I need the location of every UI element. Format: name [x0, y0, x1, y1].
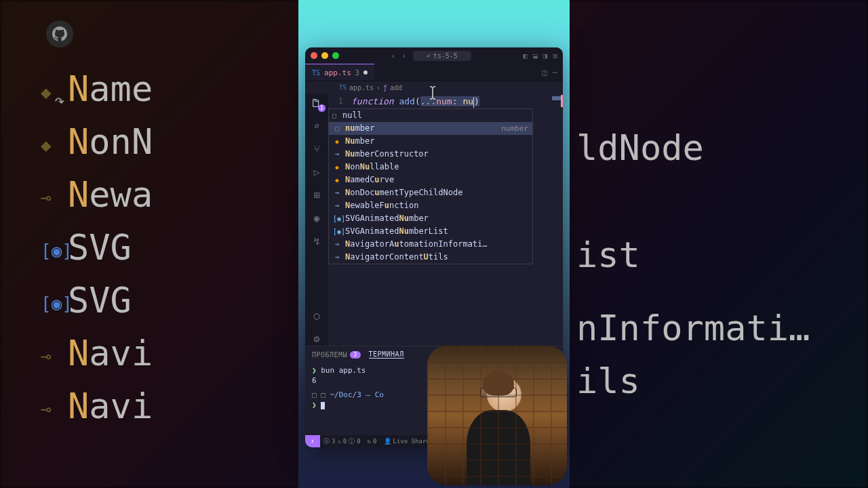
status-ports[interactable]: ↻ 0: [364, 438, 380, 445]
suggest-row[interactable]: ◆Number: [329, 135, 532, 148]
unsaved-dot-icon: [363, 70, 368, 75]
suggest-row[interactable]: ◆NonNullable: [329, 161, 532, 174]
search-icon[interactable]: ⌕: [310, 119, 323, 133]
suggest-cls-icon: ◆: [333, 174, 341, 186]
activity-bar: 1 ⌕ ⑂ ▷ ⊞ ◉ ↯ ◯ ⚙: [305, 94, 328, 346]
layout-bottom-icon[interactable]: ⬓: [533, 52, 538, 60]
status-live-share[interactable]: 👤 Live Share: [380, 438, 433, 445]
breadcrumbs[interactable]: TS app.ts › ƒ add: [305, 81, 563, 94]
background-blur-right: ldNode ist nInformati… ils: [570, 0, 868, 488]
phone-frame: ‹ › ⌕ ts-5-5 ◧ ⬓ ◨ ⊞ TS app.ts 3: [298, 0, 570, 488]
close-icon[interactable]: [311, 52, 317, 59]
extensions-icon[interactable]: ⊞: [310, 188, 323, 202]
suggest-kw-icon: □: [333, 122, 341, 135]
suggest-row[interactable]: ⊸NewableFunction: [329, 199, 532, 212]
tab-terminal[interactable]: ТЕРМИНАЛ: [369, 350, 404, 359]
accounts-icon[interactable]: ◯: [310, 309, 323, 323]
remote-explorer-icon[interactable]: ↯: [310, 235, 323, 248]
suggest-row[interactable]: □ null: [329, 109, 532, 122]
run-debug-icon[interactable]: ▷: [310, 165, 323, 179]
layout-customize-icon[interactable]: ⊞: [553, 52, 557, 60]
suggest-row[interactable]: ◆NamedCurve: [329, 174, 532, 186]
code-editor[interactable]: 1 2 3 function add(...num: nu) □ null: [328, 94, 563, 346]
suggest-if-icon: ⊸: [333, 238, 341, 251]
suggest-cls-icon: ◆: [333, 161, 341, 174]
suggest-row[interactable]: ⊸NumberConstructor: [329, 148, 532, 161]
symbol-function-icon: ƒ: [383, 84, 387, 92]
suggest-row[interactable]: □numbernumber: [329, 122, 532, 135]
split-editor-icon[interactable]: ◫: [542, 68, 547, 77]
share-icon[interactable]: ↷: [46, 87, 73, 114]
suggest-keyword-icon: □: [330, 109, 338, 122]
command-center[interactable]: ⌕ ts-5-5: [413, 51, 471, 61]
nav-forward-icon[interactable]: ›: [402, 52, 406, 60]
layout-left-icon[interactable]: ◧: [524, 52, 528, 60]
webcam-overlay: [427, 346, 567, 485]
window-controls[interactable]: [311, 52, 339, 59]
search-icon: ⌕: [427, 52, 431, 60]
status-errors[interactable]: ⓧ 3 ⚠ 0 ⓘ 0: [320, 437, 364, 446]
suggest-if-icon: ⊸: [333, 148, 341, 161]
typescript-icon: TS: [339, 84, 347, 91]
maximize-icon[interactable]: [332, 52, 339, 59]
window-titlebar: ‹ › ⌕ ts-5-5 ◧ ⬓ ◨ ⊞: [305, 47, 563, 64]
minimize-icon[interactable]: [321, 52, 328, 59]
intellisense-widget[interactable]: □ null □numbernumber◆Number⊸NumberConstr…: [328, 108, 533, 264]
suggest-row[interactable]: [◉]SVGAnimatedNumberList: [329, 225, 532, 238]
code-line-1[interactable]: function add(...num: nu): [351, 95, 560, 108]
settings-gear-icon[interactable]: ⚙: [310, 332, 323, 346]
more-actions-icon[interactable]: ⋯: [553, 68, 557, 77]
background-blur-left: ↷ ◆Name ◆NonN ⊸Newa [◉]SVG [◉]SVG ⊸Navi …: [0, 0, 298, 488]
suggest-if-icon: ⊸: [333, 251, 341, 264]
suggest-var-icon: [◉]: [333, 225, 341, 238]
source-control-icon[interactable]: ⑂: [310, 142, 323, 156]
tab-app-ts[interactable]: TS app.ts 3: [305, 64, 374, 81]
tab-problems[interactable]: ПРОБЛЕМЫ 3: [312, 351, 361, 359]
suggest-var-icon: [◉]: [333, 212, 341, 225]
suggest-row[interactable]: ⊸NavigatorAutomationInformati…: [329, 238, 532, 251]
overview-ruler: [561, 95, 563, 107]
suggest-row[interactable]: ⊸NonDocumentTypeChildNode: [329, 186, 532, 199]
github-icon[interactable]: [46, 20, 73, 47]
explorer-icon[interactable]: 1: [310, 96, 323, 110]
editor-tabs: TS app.ts 3 ◫ ⋯: [305, 64, 563, 81]
nav-back-icon[interactable]: ‹: [391, 52, 395, 60]
suggest-if-icon: ⊸: [333, 199, 341, 212]
typescript-icon: TS: [312, 69, 320, 77]
github-icon[interactable]: ◉: [310, 211, 323, 225]
minimap[interactable]: [552, 96, 561, 100]
remote-indicator[interactable]: ⚡: [305, 435, 320, 447]
layout-right-icon[interactable]: ◨: [543, 52, 548, 60]
suggest-row[interactable]: ⊸NavigatorContentUtils: [329, 251, 532, 264]
suggest-if-icon: ⊸: [333, 186, 341, 199]
suggest-cls-icon: ◆: [333, 135, 341, 148]
suggest-row[interactable]: [◉]SVGAnimatedNumber: [329, 212, 532, 225]
